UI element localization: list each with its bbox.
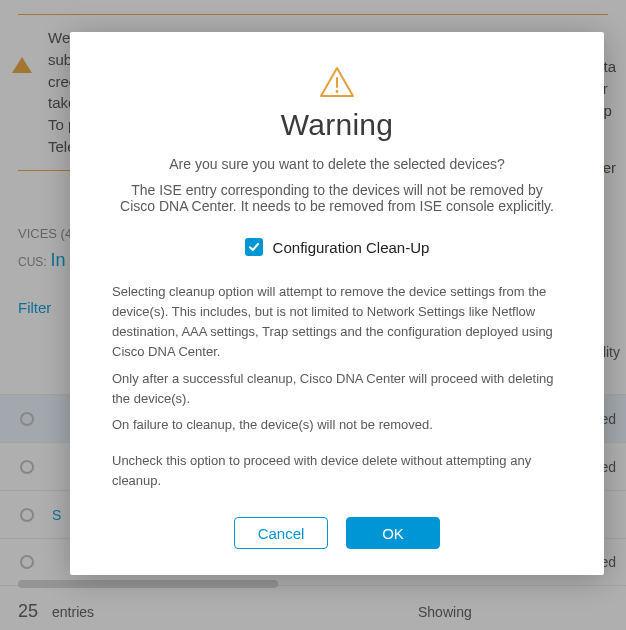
modal-body-p2: Only after a successful cleanup, Cisco D…: [112, 369, 562, 409]
cleanup-checkbox[interactable]: [245, 238, 263, 256]
modal-question: Are you sure you want to delete the sele…: [112, 156, 562, 172]
modal-ise-note: The ISE entry corresponding to the devic…: [112, 182, 562, 214]
modal-body-p3: On failure to cleanup, the device(s) wil…: [112, 415, 562, 435]
cleanup-checkbox-label: Configuration Clean-Up: [273, 239, 430, 256]
cleanup-checkbox-row[interactable]: Configuration Clean-Up: [112, 238, 562, 256]
cancel-button[interactable]: Cancel: [234, 517, 328, 549]
modal-body: Selecting cleanup option will attempt to…: [112, 282, 562, 491]
app-background: We subs cred take To p Tele VICES (4) CU…: [0, 0, 626, 630]
modal-body-p4: Uncheck this option to proceed with devi…: [112, 451, 562, 491]
warning-icon: [112, 66, 562, 98]
svg-point-1: [336, 90, 339, 93]
modal-body-p1: Selecting cleanup option will attempt to…: [112, 282, 562, 363]
modal-title: Warning: [112, 108, 562, 142]
ok-button[interactable]: OK: [346, 517, 440, 549]
modal-buttons: Cancel OK: [112, 517, 562, 549]
warning-modal: Warning Are you sure you want to delete …: [70, 32, 604, 575]
